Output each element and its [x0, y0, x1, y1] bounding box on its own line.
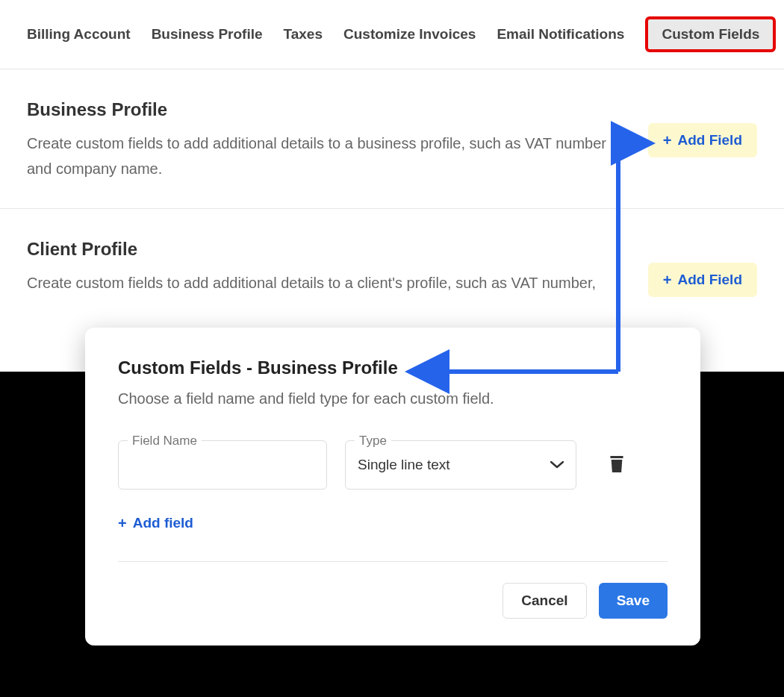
- save-button[interactable]: Save: [599, 583, 668, 619]
- svg-rect-1: [615, 456, 619, 457]
- section-desc-business: Create custom fields to add additional d…: [27, 131, 609, 181]
- delete-field-button[interactable]: [609, 456, 627, 474]
- field-type-select[interactable]: Single line text: [358, 457, 564, 473]
- tabs-bar: Billing Account Business Profile Taxes C…: [0, 0, 784, 69]
- dialog-description: Choose a field name and field type for e…: [118, 390, 668, 407]
- field-type-value: Single line text: [358, 457, 450, 473]
- add-field-button-client[interactable]: + Add Field: [648, 263, 757, 297]
- section-text: Client Profile Create custom fields to a…: [27, 239, 609, 296]
- section-text: Business Profile Create custom fields to…: [27, 99, 609, 181]
- tab-billing-account[interactable]: Billing Account: [27, 26, 131, 43]
- tab-custom-fields[interactable]: Custom Fields: [645, 16, 776, 52]
- field-name-label: Field Name: [128, 434, 202, 448]
- section-title-business: Business Profile: [27, 99, 609, 120]
- custom-fields-dialog: Custom Fields - Business Profile Choose …: [85, 328, 700, 646]
- tab-business-profile[interactable]: Business Profile: [152, 26, 263, 43]
- section-title-client: Client Profile: [27, 239, 609, 260]
- add-field-label: Add Field: [677, 132, 742, 149]
- add-field-button-business[interactable]: + Add Field: [648, 123, 757, 157]
- chevron-down-icon: [550, 459, 564, 471]
- plus-icon: +: [663, 133, 672, 148]
- dialog-divider: [118, 561, 668, 562]
- add-field-link[interactable]: + Add field: [118, 515, 193, 531]
- field-name-input[interactable]: [131, 457, 314, 473]
- field-type-group: Type Single line text: [345, 440, 576, 490]
- dialog-title: Custom Fields - Business Profile: [118, 357, 668, 378]
- dialog-footer: Cancel Save: [118, 583, 668, 619]
- plus-icon: +: [118, 516, 127, 531]
- section-client-profile: Client Profile Create custom fields to a…: [0, 209, 784, 324]
- section-desc-client: Create custom fields to add additional d…: [27, 270, 609, 296]
- add-field-label: Add Field: [677, 272, 742, 288]
- plus-icon: +: [663, 272, 672, 287]
- section-business-profile: Business Profile Create custom fields to…: [0, 69, 784, 209]
- tab-customize-invoices[interactable]: Customize Invoices: [343, 26, 476, 43]
- field-row: Field Name Type Single line text: [118, 440, 668, 490]
- tab-email-notifications[interactable]: Email Notifications: [497, 26, 624, 43]
- page-container: Billing Account Business Profile Taxes C…: [0, 0, 784, 372]
- tab-taxes[interactable]: Taxes: [284, 26, 323, 43]
- field-type-label: Type: [355, 434, 391, 448]
- trash-icon: [609, 456, 624, 472]
- field-name-group: Field Name: [118, 440, 327, 490]
- cancel-button[interactable]: Cancel: [503, 583, 586, 619]
- add-field-link-label: Add field: [133, 515, 193, 531]
